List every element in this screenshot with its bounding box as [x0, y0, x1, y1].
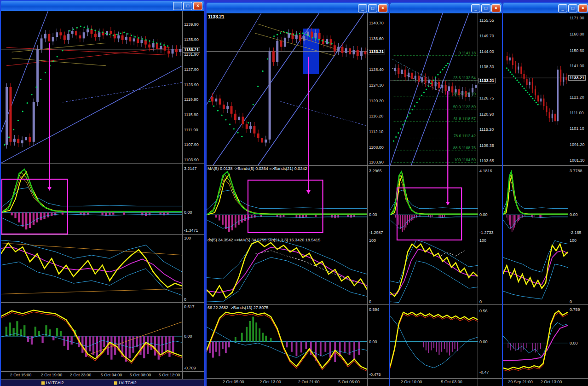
axis-value: 1149.70 — [479, 34, 494, 38]
time-axis[interactable]: 2 Oct 15:002 Oct 19:002 Oct 23:005 Oct 0… — [1, 372, 204, 379]
price-axis[interactable]: 1139.901135.901131.901127.901123.901119.… — [182, 11, 204, 163]
window-controls: _□× — [471, 4, 501, 12]
stoch-pane: 1000 — [1, 235, 204, 303]
time-axis-corner — [367, 379, 389, 386]
chart-plot[interactable] — [503, 13, 568, 165]
minimize-button[interactable]: _ — [358, 4, 367, 12]
fib-level-label: 38.2 1127.20 — [453, 92, 476, 96]
minimize-button[interactable]: _ — [558, 4, 567, 12]
time-axis[interactable]: 2 Oct 05:002 Oct 13:002 Oct 21:005 Oct 0… — [207, 379, 389, 386]
chart-plot[interactable] — [503, 166, 568, 237]
time-axis-track: 2 Oct 10:005 Oct 03:00 — [390, 379, 478, 386]
window-body: 0 1141.1823.6 1132.5438.2 1127.2050.0 11… — [390, 13, 502, 386]
axis-value: 1160.80 — [570, 32, 584, 36]
minimize-button[interactable]: _ — [173, 2, 182, 10]
window-controls: _□× — [173, 2, 202, 10]
chart-plot[interactable] — [390, 166, 478, 237]
window-titlebar[interactable]: _□× — [503, 3, 588, 13]
price-axis[interactable]: 3.21470.00-1.3471 — [182, 164, 204, 234]
axis-value: 1155.55 — [479, 18, 494, 23]
time-axis[interactable]: 2 Oct 10:005 Oct 03:00 — [390, 379, 502, 386]
chart-plot[interactable] — [390, 237, 478, 304]
time-label: 2 Oct 23:00 — [70, 373, 92, 377]
axis-value: -1.3471 — [184, 228, 198, 233]
close-button[interactable]: × — [378, 4, 387, 12]
price-axis[interactable]: 3.29650.00-1.2987 — [367, 166, 389, 237]
price-axis[interactable]: 3.77880.00-2.165 — [568, 166, 588, 237]
close-button[interactable]: × — [491, 4, 501, 12]
price-pane: 1139.901135.901131.901127.901123.901119.… — [1, 11, 204, 164]
chart-plot[interactable] — [1, 235, 182, 302]
price-axis[interactable]: 1000 — [478, 237, 502, 304]
close-button[interactable]: × — [193, 2, 202, 10]
chart-plot[interactable]: 66 22.2682 ->Bands(13) 27.8075 — [207, 305, 367, 378]
axis-value: 1139.90 — [184, 22, 199, 27]
maximize-button[interactable]: □ — [368, 4, 377, 12]
axis-value: -1.2733 — [479, 230, 494, 235]
axis-value: 1150.60 — [570, 48, 584, 53]
axis-value: 0 — [184, 297, 186, 302]
price-axis[interactable]: 1000 — [182, 235, 204, 302]
maximize-button[interactable]: □ — [568, 4, 577, 12]
price-axis[interactable]: 4.18160.00-1.2733 — [478, 166, 502, 237]
chart-plot[interactable]: 1133.21 — [207, 13, 367, 165]
current-price-badge: 1133.21 — [368, 49, 385, 54]
price-axis[interactable]: 1171.001160.801150.601141.001121.201111.… — [568, 13, 588, 165]
chart-window: _□×1133.211140.701136.601128.401124.3011… — [206, 2, 390, 386]
chart-window: _□×0 1141.1823.6 1132.5438.2 1127.2050.0… — [389, 2, 503, 386]
price-readout: 1133.21 — [208, 14, 225, 19]
macd-pane: 0.560.00-0.47 — [390, 305, 502, 379]
axis-value: 0 — [479, 299, 482, 304]
close-button[interactable]: × — [578, 4, 588, 12]
chart-plot[interactable] — [1, 303, 182, 371]
time-label: 2 Oct 10:00 — [401, 380, 422, 384]
axis-value: 1140.70 — [369, 21, 384, 25]
axis-value: 0 — [369, 299, 371, 304]
chart-plot[interactable]: ds(5) 34.3542 =>MA(5) 34.5755 Sto(21,3,3… — [207, 237, 367, 304]
price-axis[interactable]: 0.5940.00-0.475 — [367, 305, 389, 378]
window-body: 1133.211140.701136.601128.401124.301120.… — [207, 13, 389, 386]
time-axis[interactable]: 29 Sep 21:002 Oct 13:00 — [503, 379, 588, 386]
chart-tab-icon — [41, 381, 45, 385]
axis-value: 3.7788 — [570, 169, 582, 173]
window-titlebar[interactable]: _□× — [390, 3, 502, 13]
price-axis[interactable]: 0.560.00-0.47 — [478, 305, 502, 378]
window-controls: _□× — [558, 4, 588, 12]
chart-plot[interactable] — [1, 11, 182, 163]
chart-plot[interactable] — [1, 164, 182, 234]
chart-tab[interactable]: LVLTCHI2 — [114, 380, 136, 385]
price-axis[interactable]: 0.6170.00-0.709 — [182, 303, 204, 371]
window-titlebar[interactable]: _□× — [207, 3, 389, 13]
axis-value: -0.709 — [184, 366, 196, 370]
price-axis[interactable]: 1140.701136.601128.401124.301120.201116.… — [367, 13, 389, 165]
axis-value: 0 — [570, 299, 572, 304]
window-titlebar[interactable]: _□× — [1, 1, 204, 11]
axis-value: 1101.10 — [570, 126, 584, 131]
chart-stack: 1171.001160.801150.601141.001121.201111.… — [503, 13, 588, 379]
chart-stack: 1139.901135.901131.901127.901123.901119.… — [1, 11, 204, 372]
chart-tab-label: LVLTCHI2 — [46, 380, 63, 385]
price-axis[interactable]: 1155.551149.701144.001138.301126.751120.… — [478, 13, 502, 165]
axis-value: 0.617 — [184, 304, 195, 309]
chart-plot[interactable]: 0 1141.1823.6 1132.5438.2 1127.2050.0 11… — [390, 13, 478, 165]
maximize-button[interactable]: □ — [481, 4, 490, 12]
osc-pane: 4.18160.00-1.2733 — [390, 166, 502, 237]
chart-stack: 0 1141.1823.6 1132.5438.2 1127.2050.0 11… — [390, 13, 502, 379]
chart-plot[interactable] — [390, 305, 478, 378]
chart-plot[interactable] — [503, 305, 568, 378]
current-price-badge: 1133.21 — [478, 78, 496, 83]
chart-window: _□×1171.001160.801150.601141.001121.2011… — [502, 2, 588, 386]
maximize-button[interactable]: □ — [183, 2, 192, 10]
price-axis[interactable]: 1000 — [568, 237, 588, 304]
axis-value: 0.00 — [570, 212, 578, 217]
chart-plot[interactable] — [503, 237, 568, 304]
price-pane: 0 1141.1823.6 1132.5438.2 1127.2050.0 11… — [390, 13, 502, 166]
chart-plot[interactable]: MA(5) 0.0138 ->Bands(5) 0.0364 =>Bands(2… — [207, 166, 367, 237]
axis-value: 0.00 — [184, 334, 192, 339]
mdi-desktop: _□×1139.901135.901131.901127.901123.9011… — [0, 0, 588, 386]
price-axis[interactable]: 0.7590.00 — [568, 305, 588, 378]
price-axis[interactable]: 1000 — [367, 237, 389, 304]
chart-tab[interactable]: LVLTCHI2 — [41, 380, 63, 385]
axis-value: 1108.00 — [369, 145, 384, 150]
minimize-button[interactable]: _ — [471, 4, 480, 12]
